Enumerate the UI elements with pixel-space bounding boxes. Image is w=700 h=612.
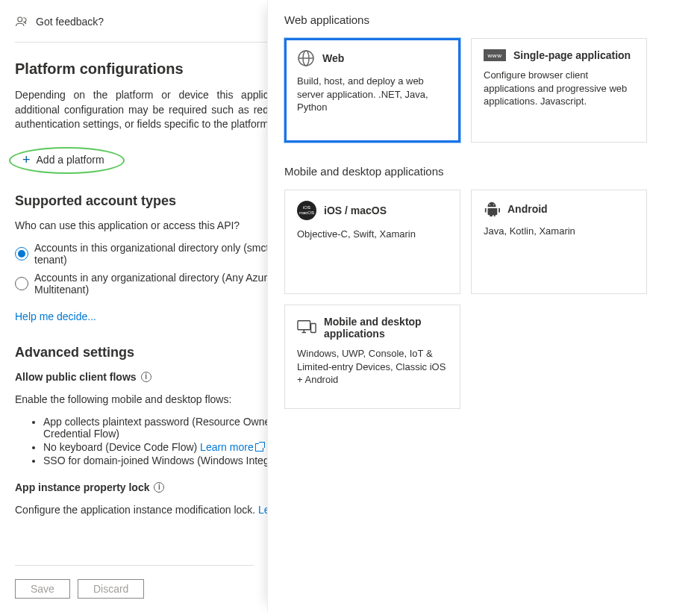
- card-title: Single-page application: [513, 49, 631, 61]
- radio-icon: [15, 277, 28, 290]
- card-description: Objective-C, Swift, Xamarin: [297, 228, 448, 241]
- www-icon: www: [484, 49, 506, 61]
- platform-card-spa[interactable]: www Single-page application Configure br…: [471, 38, 647, 143]
- web-applications-heading: Web applications: [284, 13, 684, 26]
- mobile-desktop-heading: Mobile and desktop applications: [284, 165, 684, 178]
- platform-card-ios[interactable]: iOSmacOS iOS / macOS Objective-C, Swift,…: [284, 190, 460, 294]
- card-title: iOS / macOS: [324, 204, 387, 216]
- feedback-icon: [15, 15, 28, 28]
- platform-card-desktop[interactable]: Mobile and desktop applications Windows,…: [284, 305, 460, 409]
- card-description: Build, host, and deploy a web server app…: [297, 75, 448, 114]
- info-icon[interactable]: i: [141, 372, 151, 382]
- ios-icon: iOSmacOS: [297, 201, 316, 220]
- learn-more-link[interactable]: Learn more: [200, 441, 254, 453]
- card-description: Java, Kotlin, Xamarin: [484, 225, 634, 238]
- configure-platforms-panel: Web applications Web Build, host, and de…: [267, 0, 700, 612]
- plus-icon: +: [22, 153, 31, 166]
- footer-actions: Save Discard: [15, 565, 254, 599]
- card-title: Web: [322, 52, 344, 64]
- allow-public-flows-label: Allow public client flows i: [15, 371, 151, 383]
- info-icon[interactable]: i: [154, 482, 164, 493]
- external-link-icon: [255, 443, 263, 452]
- feedback-label: Got feedback?: [36, 16, 104, 28]
- platform-card-web[interactable]: Web Build, host, and deploy a web server…: [284, 38, 460, 143]
- radio-icon: [15, 247, 28, 260]
- add-platform-label: Add a platform: [37, 154, 104, 166]
- android-icon: [484, 201, 500, 217]
- globe-icon: [297, 49, 315, 67]
- add-platform-button[interactable]: + Add a platform: [15, 149, 112, 171]
- desktop-icon: [297, 319, 316, 336]
- svg-rect-7: [311, 323, 316, 332]
- discard-button[interactable]: Discard: [78, 579, 144, 599]
- platform-card-android[interactable]: Android Java, Kotlin, Xamarin: [471, 190, 647, 294]
- card-description: Configure browser client applications an…: [484, 69, 634, 108]
- svg-rect-4: [298, 321, 310, 330]
- save-button[interactable]: Save: [15, 579, 70, 599]
- app-lock-label: App instance property lock i: [15, 481, 164, 493]
- card-title: Mobile and desktop applications: [324, 316, 448, 340]
- svg-point-0: [18, 17, 22, 22]
- card-title: Android: [507, 203, 548, 215]
- card-description: Windows, UWP, Console, IoT & Limited-ent…: [297, 347, 448, 387]
